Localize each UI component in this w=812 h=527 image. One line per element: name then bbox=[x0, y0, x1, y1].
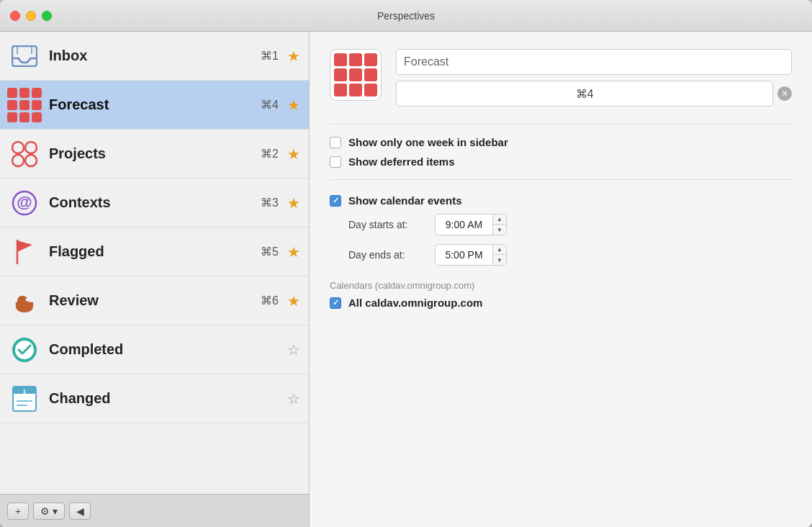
projects-star[interactable]: ★ bbox=[287, 145, 300, 163]
svg-text:1: 1 bbox=[22, 388, 26, 395]
show-calendar-checkbox[interactable] bbox=[330, 195, 341, 207]
sidebar-item-forecast[interactable]: Forecast ⌘4 ★ bbox=[0, 81, 309, 130]
show-deferred-checkbox[interactable] bbox=[330, 156, 341, 168]
perspective-header: ✕ bbox=[330, 49, 792, 107]
inbox-label: Inbox bbox=[49, 48, 261, 64]
day-ends-value: 5:00 PM bbox=[436, 244, 493, 266]
sidebar-footer: + ⚙ ▾ ◀ bbox=[0, 494, 309, 527]
calendar-all-item: All caldav.omnigroup.com bbox=[330, 297, 792, 309]
perspective-name-input[interactable] bbox=[396, 49, 792, 75]
day-starts-stepper[interactable]: ▲ ▼ bbox=[493, 214, 506, 235]
forecast-label: Forecast bbox=[49, 96, 261, 113]
add-perspective-button[interactable]: + bbox=[7, 503, 29, 520]
shortcut-clear-button[interactable]: ✕ bbox=[777, 86, 792, 101]
svg-point-2 bbox=[25, 142, 37, 153]
day-starts-input[interactable]: 9:00 AM ▲ ▼ bbox=[435, 214, 507, 235]
projects-icon bbox=[9, 138, 40, 170]
sidebar-item-projects[interactable]: Projects ⌘2 ★ bbox=[0, 130, 309, 179]
changed-icon: 1 bbox=[9, 383, 40, 415]
svg-point-4 bbox=[25, 155, 37, 166]
contexts-star[interactable]: ★ bbox=[287, 194, 300, 212]
day-ends-row: Day ends at: 5:00 PM ▲ ▼ bbox=[330, 244, 792, 266]
sidebar-item-contexts[interactable]: @ Contexts ⌘3 ★ bbox=[0, 179, 309, 228]
show-calendar-row: Show calendar events bbox=[330, 194, 792, 207]
calendars-section: Calendars (caldav.omnigroup.com) All cal… bbox=[330, 280, 792, 309]
app-window: Perspectives Inbox ⌘1 ★ bbox=[0, 0, 812, 527]
contexts-shortcut: ⌘3 bbox=[261, 196, 279, 210]
flagged-star[interactable]: ★ bbox=[287, 243, 300, 261]
svg-text:@: @ bbox=[17, 193, 32, 211]
svg-point-1 bbox=[12, 142, 24, 153]
show-deferred-label: Show deferred items bbox=[348, 156, 455, 168]
maximize-button[interactable] bbox=[42, 11, 52, 21]
review-star[interactable]: ★ bbox=[287, 292, 300, 310]
day-starts-label: Day starts at: bbox=[348, 219, 428, 230]
completed-icon bbox=[9, 334, 40, 366]
calendar-all-checkbox[interactable] bbox=[330, 297, 341, 309]
day-starts-value: 9:00 AM bbox=[436, 214, 493, 235]
shortcut-input[interactable] bbox=[396, 81, 773, 107]
day-ends-label: Day ends at: bbox=[348, 249, 428, 261]
show-one-week-row: Show only one week in sidebar bbox=[330, 136, 792, 148]
calendar-all-label: All caldav.omnigroup.com bbox=[348, 297, 482, 309]
main-content: Inbox ⌘1 ★ bbox=[0, 32, 812, 527]
day-ends-down[interactable]: ▼ bbox=[493, 255, 506, 266]
flagged-label: Flagged bbox=[49, 243, 261, 260]
changed-label: Changed bbox=[49, 390, 279, 407]
perspective-fields: ✕ bbox=[396, 49, 792, 107]
contexts-label: Contexts bbox=[49, 194, 261, 211]
review-shortcut: ⌘6 bbox=[261, 294, 279, 307]
day-ends-input[interactable]: 5:00 PM ▲ ▼ bbox=[435, 244, 507, 266]
window-title: Perspectives bbox=[377, 10, 435, 22]
projects-label: Projects bbox=[49, 145, 261, 162]
completed-label: Completed bbox=[49, 341, 279, 358]
svg-point-9 bbox=[16, 302, 19, 305]
inbox-star[interactable]: ★ bbox=[287, 48, 300, 65]
forecast-icon-large bbox=[334, 53, 377, 96]
sidebar-list: Inbox ⌘1 ★ bbox=[0, 32, 309, 494]
divider-1 bbox=[330, 124, 792, 125]
day-starts-up[interactable]: ▲ bbox=[493, 214, 506, 225]
completed-star[interactable]: ☆ bbox=[287, 341, 300, 359]
settings-button[interactable]: ⚙ ▾ bbox=[33, 503, 65, 520]
show-deferred-row: Show deferred items bbox=[330, 156, 792, 168]
calendars-section-label: Calendars (caldav.omnigroup.com) bbox=[330, 280, 792, 291]
svg-point-3 bbox=[12, 155, 24, 166]
collapse-button[interactable]: ◀ bbox=[69, 503, 91, 520]
review-icon bbox=[9, 285, 40, 317]
flagged-shortcut: ⌘5 bbox=[261, 245, 279, 258]
show-one-week-label: Show only one week in sidebar bbox=[348, 136, 508, 148]
show-calendar-label: Show calendar events bbox=[348, 194, 462, 207]
changed-star[interactable]: ☆ bbox=[287, 390, 300, 407]
sidebar-item-inbox[interactable]: Inbox ⌘1 ★ bbox=[0, 32, 309, 81]
svg-point-10 bbox=[30, 302, 34, 305]
flagged-icon bbox=[9, 236, 40, 268]
day-starts-down[interactable]: ▼ bbox=[493, 225, 506, 235]
sidebar-item-flagged[interactable]: Flagged ⌘5 ★ bbox=[0, 228, 309, 276]
detail-panel: ✕ Show only one week in sidebar Show def… bbox=[310, 32, 812, 527]
titlebar: Perspectives bbox=[0, 0, 812, 32]
day-starts-row: Day starts at: 9:00 AM ▲ ▼ bbox=[330, 214, 792, 235]
contexts-icon: @ bbox=[9, 187, 40, 219]
sidebar-item-changed[interactable]: 1 Changed ☆ bbox=[0, 374, 309, 423]
forecast-shortcut: ⌘4 bbox=[261, 98, 279, 112]
calendar-section: Show calendar events Day starts at: 9:00… bbox=[330, 194, 792, 266]
review-label: Review bbox=[49, 292, 261, 309]
day-ends-stepper[interactable]: ▲ ▼ bbox=[493, 244, 506, 266]
forecast-icon bbox=[9, 89, 40, 121]
close-button[interactable] bbox=[10, 11, 20, 21]
forecast-star[interactable]: ★ bbox=[287, 96, 300, 114]
sidebar-item-review[interactable]: Review ⌘6 ★ bbox=[0, 276, 309, 325]
show-one-week-checkbox[interactable] bbox=[330, 137, 341, 148]
divider-2 bbox=[330, 179, 792, 180]
perspective-icon-box bbox=[330, 49, 382, 101]
sidebar: Inbox ⌘1 ★ bbox=[0, 32, 310, 527]
traffic-lights bbox=[10, 11, 52, 21]
inbox-shortcut: ⌘1 bbox=[261, 49, 279, 63]
minimize-button[interactable] bbox=[26, 11, 36, 21]
sidebar-item-completed[interactable]: Completed ☆ bbox=[0, 325, 309, 374]
day-ends-up[interactable]: ▲ bbox=[493, 244, 506, 255]
projects-shortcut: ⌘2 bbox=[261, 147, 279, 161]
inbox-icon bbox=[9, 40, 40, 72]
shortcut-row: ✕ bbox=[396, 81, 792, 107]
